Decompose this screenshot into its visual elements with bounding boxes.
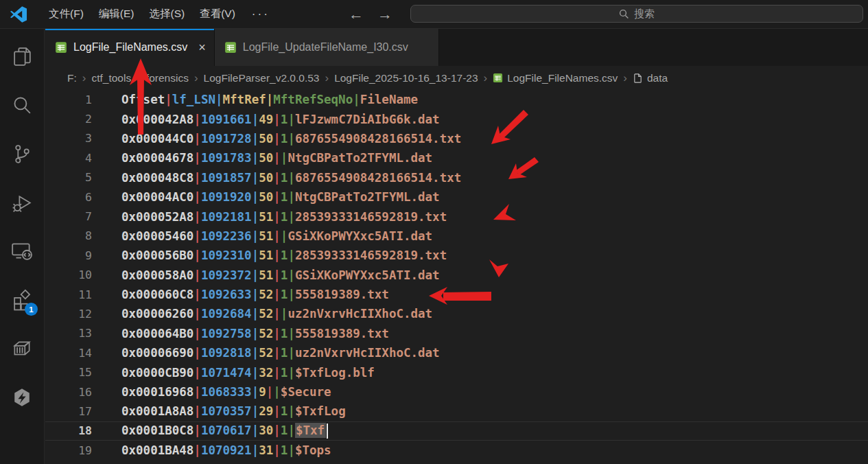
- vscode-logo-icon: [10, 5, 27, 23]
- line-content: 0x00006260|1092684|52||uz2nVxrvHcIIXhoC.…: [121, 307, 432, 321]
- search-icon: [11, 94, 34, 117]
- chevron-right-icon: ›: [623, 71, 627, 85]
- breadcrumb-item-data[interactable]: data: [633, 72, 668, 84]
- code-line[interactable]: 120x00006260|1092684|52||uz2nVxrvHcIIXho…: [45, 304, 868, 323]
- text-cursor: [327, 424, 328, 439]
- code-line[interactable]: 110x000060C8|1092633|52|1|555819389.txt: [45, 285, 868, 304]
- sidebar-item-remote-explorer[interactable]: [5, 235, 38, 268]
- chevron-right-icon: ›: [194, 71, 198, 85]
- run-debug-icon: [11, 192, 34, 214]
- code-line[interactable]: 30x000044C0|1091728|50|1|687655490842816…: [45, 129, 868, 148]
- line-content: 0x0000CB90|1071474|32|1|$TxfLog.blf: [121, 366, 375, 380]
- line-content: 0x000048C8|1091857|50|1|6876554908428166…: [121, 171, 461, 185]
- menu-item[interactable]: 查看(V): [192, 7, 243, 21]
- code-line[interactable]: 180x0001B0C8|1070617|30|1|$Txf: [45, 421, 868, 441]
- line-content: 0x00004AC0|1091920|50|1|NtgCBPatTo2TFYML…: [121, 190, 440, 204]
- back-arrow-icon[interactable]: ←: [349, 0, 364, 28]
- close-icon[interactable]: ×: [198, 41, 206, 54]
- line-content: 0x0001BA48|1070921|31|1|$Tops: [121, 443, 331, 457]
- search-icon: [619, 9, 629, 19]
- line-number: 9: [45, 249, 92, 262]
- code-line[interactable]: 90x000056B0|1092310|51|1|285393331465928…: [45, 246, 868, 265]
- code-line[interactable]: 60x00004AC0|1091920|50|1|NtgCBPatTo2TFYM…: [45, 187, 868, 207]
- nav-history: ← →: [349, 0, 392, 28]
- code-line[interactable]: 40x00004678|1091783|50||NtgCBPatTo2TFYML…: [45, 148, 868, 167]
- search-placeholder: 搜索: [634, 8, 655, 21]
- thunder-client-icon: [12, 387, 32, 408]
- menu-item[interactable]: 编辑(E): [91, 7, 142, 21]
- container-icon: [10, 337, 34, 360]
- code-line[interactable]: 70x000052A8|1092181|51|1|285393331465928…: [45, 207, 868, 226]
- sidebar-item-source-control[interactable]: [5, 137, 38, 170]
- activity-bar: 1: [0, 29, 45, 464]
- chevron-right-icon: ›: [325, 71, 329, 85]
- line-number: 8: [45, 229, 92, 242]
- chevron-right-icon: ›: [82, 71, 86, 85]
- line-content: 0x000042A8|1091661|49|1|lFJzwmC7DiAIbG6k…: [121, 113, 440, 126]
- line-content: 0x000058A0|1092372|51|1|GSiXKoPWYXxc5ATI…: [121, 268, 440, 282]
- forward-arrow-icon[interactable]: →: [377, 0, 392, 28]
- line-number: 16: [45, 386, 92, 399]
- line-number: 19: [45, 444, 92, 457]
- source-control-icon: [11, 143, 34, 165]
- breadcrumb: F: › ctf_tools › forensics › LogFilePars…: [45, 66, 868, 90]
- code-line[interactable]: 160x00016968|1068333|9||$Secure: [45, 382, 868, 402]
- files-icon: [11, 45, 34, 68]
- code-line[interactable]: 1Offset|lf_LSN|MftRef|MftRefSeqNo|FileNa…: [45, 90, 868, 109]
- sidebar-item-run-debug[interactable]: [5, 186, 38, 219]
- line-content: Offset|lf_LSN|MftRef|MftRefSeqNo|FileNam…: [121, 93, 418, 106]
- tab-logfile-updatefilename-i30[interactable]: LogFile_UpdateFileName_I30.csv: [215, 29, 439, 66]
- sidebar-item-containers[interactable]: [5, 332, 38, 365]
- breadcrumb-item[interactable]: LogFile_2025-10-16_13-17-23: [334, 72, 478, 84]
- code-line[interactable]: 170x0001A8A8|1070357|29|1|$TxfLog: [45, 402, 868, 421]
- breadcrumb-item[interactable]: LogFileParser_v2.0.0.53: [204, 72, 320, 84]
- line-content: 0x0001A8A8|1070357|29|1|$TxfLog: [121, 404, 346, 418]
- code-line[interactable]: 20x000042A8|1091661|49|1|lFJzwmC7DiAIbG6…: [45, 109, 868, 128]
- menu-item[interactable]: 文件(F): [41, 7, 91, 21]
- csv-file-icon: [224, 41, 237, 54]
- line-number: 6: [45, 191, 92, 204]
- chevron-right-icon: ›: [484, 71, 488, 85]
- menu-bar: 文件(F)编辑(E)选择(S)查看(V): [41, 7, 243, 21]
- csv-file-icon: [493, 73, 503, 83]
- breadcrumb-item[interactable]: ctf_tools: [91, 72, 131, 84]
- code-line[interactable]: 80x00005460|1092236|51||GSiXKoPWYXxc5ATI…: [45, 227, 868, 246]
- code-line[interactable]: 150x0000CB90|1071474|32|1|$TxfLog.blf: [45, 362, 868, 382]
- breadcrumb-item[interactable]: F:: [67, 72, 77, 84]
- line-content: 0x000052A8|1092181|51|1|2853933314659281…: [121, 210, 447, 224]
- line-number: 1: [45, 93, 92, 106]
- line-number: 2: [45, 113, 92, 126]
- line-number: 14: [45, 347, 92, 360]
- breadcrumb-label: data: [647, 72, 668, 84]
- line-number: 3: [45, 132, 92, 145]
- menu-item[interactable]: 选择(S): [141, 7, 192, 21]
- breadcrumb-item-file[interactable]: LogFile_FileNames.csv: [493, 72, 618, 84]
- sidebar-item-search[interactable]: [5, 89, 38, 121]
- line-content: 0x000056B0|1092310|51|1|2853933314659281…: [121, 248, 447, 262]
- sidebar-item-extensions[interactable]: 1: [5, 283, 38, 316]
- extensions-badge: 1: [25, 303, 38, 316]
- line-number: 5: [45, 171, 92, 184]
- sidebar-item-explorer[interactable]: [5, 40, 38, 73]
- line-number: 12: [45, 308, 92, 321]
- more-menu[interactable]: ···: [243, 8, 279, 21]
- line-number: 10: [45, 268, 92, 281]
- code-line[interactable]: 100x000058A0|1092372|51|1|GSiXKoPWYXxc5A…: [45, 266, 868, 285]
- sidebar-item-thunder-client[interactable]: [5, 381, 38, 414]
- csv-file-icon: [55, 41, 67, 54]
- code-line[interactable]: 140x00006690|1092818|52|1|uz2nVxrvHcIIXh…: [45, 343, 868, 362]
- code-line[interactable]: 190x0001BA48|1070921|31|1|$Tops: [45, 441, 868, 460]
- breadcrumb-item[interactable]: forensics: [146, 72, 189, 84]
- search-input[interactable]: 搜索: [410, 5, 863, 23]
- code-line[interactable]: 130x000064B0|1092758|52|1|555819389.txt: [45, 324, 868, 343]
- line-number: 17: [45, 405, 92, 418]
- line-content: 0x00004678|1091783|50||NtgCBPatTo2TFYML.…: [121, 151, 432, 165]
- tab-label: LogFile_UpdateFileName_I30.csv: [243, 41, 408, 54]
- breadcrumb-label: LogFile_FileNames.csv: [507, 72, 618, 84]
- line-content: 0x0001B0C8|1070617|30|1|$Txf: [121, 424, 328, 439]
- tab-logfile-filenames[interactable]: LogFile_FileNames.csv ×: [45, 29, 215, 66]
- line-number: 18: [45, 424, 92, 437]
- line-content: 0x000044C0|1091728|50|1|6876554908428166…: [121, 132, 461, 146]
- tab-bar: LogFile_FileNames.csv × LogFile_UpdateFi…: [45, 29, 868, 66]
- code-line[interactable]: 50x000048C8|1091857|50|1|687655490842816…: [45, 168, 868, 187]
